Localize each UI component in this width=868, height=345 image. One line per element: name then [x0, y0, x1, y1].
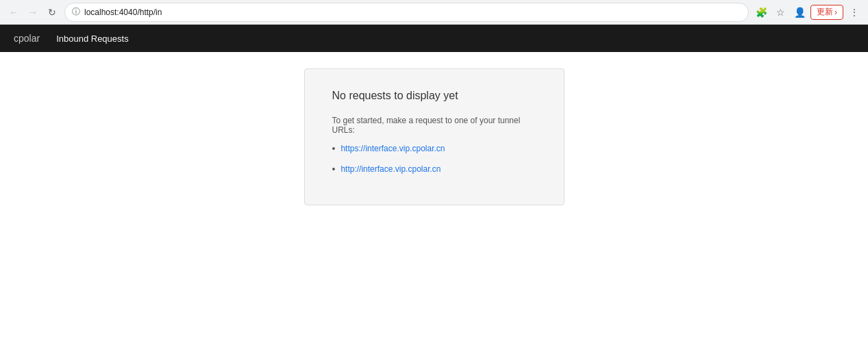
- address-bar-container[interactable]: ⓘ: [64, 3, 749, 22]
- menu-icon: ⋮: [850, 7, 859, 18]
- address-bar[interactable]: [84, 8, 741, 17]
- extensions-button[interactable]: 🧩: [753, 4, 769, 21]
- browser-chrome: ← → ↻ ⓘ 🧩 ☆ 👤 更新 › ⋮: [0, 0, 868, 25]
- tunnel-url-link[interactable]: http://interface.vip.cpolar.cn: [340, 164, 441, 174]
- reload-button[interactable]: ↻: [44, 4, 60, 21]
- list-item: http://interface.vip.cpolar.cn: [332, 164, 536, 175]
- tunnel-list: https://interface.vip.cpolar.cnhttp://in…: [332, 143, 536, 175]
- app-brand: cpolar: [14, 33, 40, 44]
- forward-button[interactable]: →: [25, 4, 41, 21]
- no-requests-title: No requests to display yet: [332, 90, 536, 102]
- update-arrow: ›: [834, 8, 837, 17]
- lock-icon: ⓘ: [72, 6, 80, 18]
- forward-icon: →: [28, 7, 38, 18]
- main-content: No requests to display yet To get starte…: [0, 52, 868, 219]
- nav-buttons: ← → ↻: [5, 4, 60, 21]
- update-button[interactable]: 更新 ›: [810, 5, 843, 20]
- menu-button[interactable]: ⋮: [846, 4, 863, 21]
- extensions-icon: 🧩: [756, 7, 767, 18]
- bookmark-button[interactable]: ☆: [772, 4, 789, 21]
- back-icon: ←: [9, 7, 18, 18]
- reload-icon: ↻: [48, 7, 56, 18]
- back-button[interactable]: ←: [5, 4, 22, 21]
- nav-link-inbound-requests[interactable]: Inbound Requests: [56, 34, 129, 44]
- profile-icon: 👤: [794, 7, 806, 18]
- bookmark-icon: ☆: [776, 7, 785, 18]
- list-item: https://interface.vip.cpolar.cn: [332, 143, 536, 154]
- browser-actions: 🧩 ☆ 👤 更新 › ⋮: [753, 4, 863, 21]
- profile-button[interactable]: 👤: [791, 4, 808, 21]
- update-label: 更新: [817, 6, 833, 18]
- content-box: No requests to display yet To get starte…: [304, 68, 565, 205]
- tunnel-url-link[interactable]: https://interface.vip.cpolar.cn: [340, 144, 445, 153]
- app-navbar: cpolar Inbound Requests: [0, 25, 868, 52]
- instruction-text: To get started, make a request to one of…: [332, 116, 536, 135]
